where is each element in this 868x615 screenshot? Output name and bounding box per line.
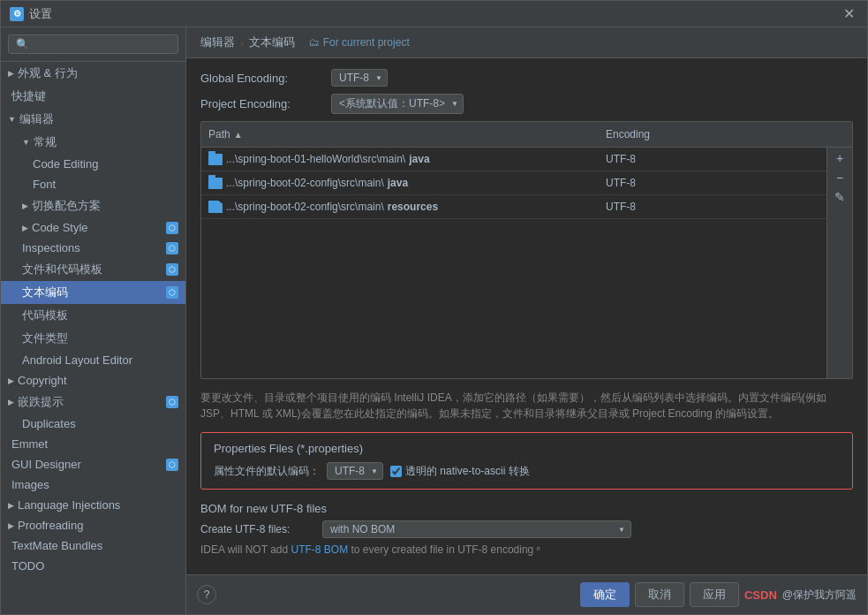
ok-button[interactable]: 确定 bbox=[580, 582, 630, 607]
sidebar-item-label: GUI Designer bbox=[11, 458, 81, 471]
sidebar-item-label: Images bbox=[11, 478, 49, 491]
window-title: 设置 bbox=[29, 6, 52, 22]
global-encoding-dropdown[interactable]: UTF-8 bbox=[331, 69, 388, 87]
collapse-icon: ▶ bbox=[8, 398, 14, 406]
native-to-ascii-checkbox[interactable] bbox=[390, 466, 402, 477]
folder-icon bbox=[208, 154, 223, 165]
table-header-path[interactable]: Path ▲ bbox=[201, 125, 599, 143]
sidebar-item-todo[interactable]: TODO bbox=[1, 556, 185, 576]
folder-icon bbox=[208, 178, 223, 189]
sidebar-item-gui-designer[interactable]: GUI Designer ⬡ bbox=[1, 454, 185, 475]
project-encoding-dropdown[interactable]: <系统默认值：UTF-8> bbox=[331, 94, 464, 114]
sidebar-item-label: Code Editing bbox=[33, 157, 98, 171]
breadcrumb-separator: › bbox=[240, 36, 244, 49]
search-input[interactable] bbox=[8, 34, 178, 54]
path-cell: ...\spring-boot-02-config\src\main\java bbox=[201, 175, 599, 191]
path-bold: java bbox=[409, 153, 429, 165]
collapse-icon: ▶ bbox=[8, 501, 14, 510]
badge-icon: ⬡ bbox=[166, 286, 178, 299]
sidebar-item-textmate[interactable]: TextMate Bundles bbox=[1, 535, 185, 556]
path-bold: resources bbox=[388, 201, 438, 213]
sidebar-item-label: Font bbox=[33, 178, 56, 191]
collapse-icon: ▼ bbox=[22, 138, 30, 147]
table-row[interactable]: ...\spring-boot-01-helloWorld\src\main\j… bbox=[201, 148, 826, 171]
app-icon: ⚙ bbox=[10, 7, 24, 21]
sidebar-item-proofreading[interactable]: ▶ Proofreading bbox=[1, 515, 185, 535]
sidebar-item-label: Duplicates bbox=[22, 417, 76, 430]
sidebar-item-label: TextMate Bundles bbox=[11, 539, 102, 552]
remove-row-button[interactable]: − bbox=[831, 169, 849, 186]
sidebar-item-images[interactable]: Images bbox=[1, 475, 185, 495]
sidebar-item-code-templates[interactable]: 代码模板 bbox=[1, 304, 185, 327]
badge-icon: ⬡ bbox=[166, 222, 178, 234]
table-header-encoding: Encoding bbox=[599, 125, 657, 143]
default-encoding-dropdown[interactable]: UTF-8 bbox=[327, 462, 383, 480]
user-label: @保护我方阿遥 bbox=[782, 588, 857, 603]
title-bar: ⚙ 设置 ✕ bbox=[1, 1, 867, 27]
sidebar-item-inspections[interactable]: Inspections ⬡ bbox=[1, 238, 185, 258]
sidebar-item-code-editing[interactable]: Code Editing bbox=[1, 154, 185, 174]
sidebar-item-code-style[interactable]: ▶ Code Style ⬡ bbox=[1, 217, 185, 238]
sidebar-item-font[interactable]: Font bbox=[1, 174, 185, 194]
table-row[interactable]: ...\spring-boot-02-config\src\main\java … bbox=[201, 171, 826, 195]
sidebar-item-editor[interactable]: ▼ 编辑器 bbox=[1, 108, 185, 131]
sidebar-item-file-code-templates[interactable]: 文件和代码模板 ⬡ bbox=[1, 258, 185, 281]
help-button[interactable]: ? bbox=[197, 585, 216, 604]
file-icon bbox=[208, 201, 223, 213]
apply-button[interactable]: 应用 bbox=[690, 582, 739, 607]
collapse-icon: ▶ bbox=[8, 521, 14, 530]
bom-row: Create UTF-8 files: with NO BOM bbox=[200, 520, 853, 538]
sidebar-item-label: Copyright bbox=[18, 374, 67, 387]
path-cell: ...\spring-boot-02-config\src\main\resou… bbox=[201, 199, 599, 215]
sidebar-item-label: 文件和代码模板 bbox=[22, 262, 102, 277]
properties-title: Properties Files (*.properties) bbox=[214, 442, 840, 455]
main-content: ▶ 外观 & 行为 快捷键 ▼ 编辑器 ▼ 常规 Code Editing Fo… bbox=[1, 27, 867, 614]
csdn-logo: CSDN bbox=[744, 588, 777, 602]
sidebar-item-file-types[interactable]: 文件类型 bbox=[1, 327, 185, 350]
sidebar-item-android-layout[interactable]: Android Layout Editor bbox=[1, 350, 185, 370]
utf8-bom-link[interactable]: UTF-8 BOM bbox=[291, 543, 348, 556]
project-encoding-row: Project Encoding: <系统默认值：UTF-8> bbox=[200, 94, 853, 114]
table-row[interactable]: ...\spring-boot-02-config\src\main\resou… bbox=[201, 195, 826, 219]
sort-asc-icon: ▲ bbox=[234, 130, 243, 140]
table-action-buttons: + − ✎ bbox=[826, 148, 852, 378]
breadcrumb-current: 文本编码 bbox=[249, 34, 295, 50]
sidebar-item-label: 嵌跌提示 bbox=[18, 394, 64, 410]
default-encoding-label: 属性文件的默认编码： bbox=[214, 464, 320, 479]
sidebar-item-hints[interactable]: ▶ 嵌跌提示 ⬡ bbox=[1, 391, 185, 414]
sidebar-item-label: 快捷键 bbox=[11, 88, 46, 104]
bom-dropdown[interactable]: with NO BOM bbox=[322, 520, 631, 538]
cancel-button[interactable]: 取消 bbox=[635, 582, 684, 607]
add-row-button[interactable]: + bbox=[831, 149, 849, 167]
bom-note: IDEA will NOT add UTF-8 BOM to every cre… bbox=[200, 543, 853, 556]
sidebar-item-shortcuts[interactable]: 快捷键 bbox=[1, 85, 185, 108]
collapse-icon: ▼ bbox=[8, 115, 16, 124]
collapse-icon: ▶ bbox=[8, 69, 14, 78]
close-button[interactable]: ✕ bbox=[840, 5, 858, 22]
sidebar-item-appearance[interactable]: ▶ 外观 & 行为 bbox=[1, 62, 185, 85]
sidebar-item-general[interactable]: ▼ 常规 bbox=[1, 131, 185, 154]
sidebar-item-color-scheme[interactable]: ▶ 切换配色方案 bbox=[1, 194, 185, 217]
properties-row: 属性文件的默认编码： UTF-8 透明的 native-to-ascii 转换 bbox=[214, 462, 840, 480]
badge-icon: ⬡ bbox=[166, 396, 178, 408]
edit-row-button[interactable]: ✎ bbox=[831, 188, 849, 206]
sidebar-item-file-encoding[interactable]: 文本编码 ⬡ bbox=[1, 281, 185, 304]
settings-window: ⚙ 设置 ✕ ▶ 外观 & 行为 快捷键 ▼ 编辑器 ▼ bbox=[0, 0, 868, 615]
global-encoding-label: Global Encoding: bbox=[200, 72, 324, 85]
panel-header: 编辑器 › 文本编码 🗂 For current project bbox=[186, 27, 867, 58]
native-to-ascii-label: 透明的 native-to-ascii 转换 bbox=[405, 464, 530, 479]
sidebar-item-copyright[interactable]: ▶ Copyright bbox=[1, 370, 185, 391]
bom-section: BOM for new UTF-8 files Create UTF-8 fil… bbox=[200, 502, 853, 556]
encoding-table: Path ▲ Encoding bbox=[200, 121, 853, 379]
path-cell: ...\spring-boot-01-helloWorld\src\main\j… bbox=[201, 151, 599, 167]
sidebar-item-lang-injections[interactable]: ▶ Language Injections bbox=[1, 495, 185, 515]
native-to-ascii-row: 透明的 native-to-ascii 转换 bbox=[390, 464, 530, 479]
sidebar-item-label: 代码模板 bbox=[22, 308, 68, 323]
collapse-icon: ▶ bbox=[22, 224, 28, 232]
sidebar-item-emmet[interactable]: Emmet bbox=[1, 434, 185, 454]
sidebar-item-duplicates[interactable]: Duplicates bbox=[1, 414, 185, 434]
sidebar-item-label: 外观 & 行为 bbox=[18, 65, 78, 81]
for-project-badge: 🗂 For current project bbox=[309, 36, 409, 49]
project-encoding-label: Project Encoding: bbox=[200, 97, 324, 110]
bottom-bar: ? 确定 取消 应用 CSDN @保护我方阿遥 bbox=[186, 574, 867, 614]
